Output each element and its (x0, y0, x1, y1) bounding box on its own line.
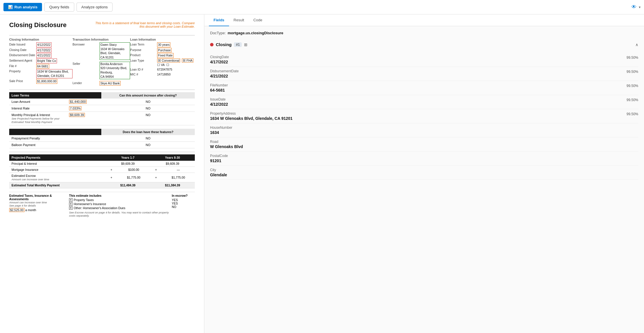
balloon-row: Balloon Payment NO (9, 142, 195, 148)
seller-val: Bonita Anderson920 University Blvd, Rexb… (100, 62, 130, 79)
collapse-icon[interactable]: ∧ (635, 42, 638, 47)
total-label: Estimated Total Monthly Payment (9, 182, 106, 188)
proj-col1: Years 1-7 (106, 154, 150, 161)
mortgage-col2: — (162, 167, 195, 173)
prepayment-val: NO (101, 135, 195, 142)
loan-amount-label: Loan Amount (9, 99, 67, 105)
monthly-payment-val: $9,609.39 (67, 112, 101, 125)
disbursement-val: 4/21/2022 (36, 53, 52, 58)
doctype-row: DocType: mortgage.us.closingDisclosure (210, 31, 638, 35)
monthly-payment-increase: NO (101, 112, 195, 125)
principal-row: Principal & Interest $9,609.39 $9,609.39 (9, 161, 195, 167)
section-header[interactable]: Closing #1 ⊞ ∧ (210, 40, 638, 49)
settlement-row: Settlement Agent Bright Title Co (9, 58, 73, 63)
loan-terms-table: Loan Terms Can this amount increase afte… (9, 92, 195, 125)
field-closing-date: ClosingDate 4/17/2022 99.50% (210, 53, 638, 67)
loan-type-row: Loan Type ☒ Conventional ☒ FHA ☐ VA ☐ (130, 58, 195, 67)
can-increase-header: Can this amount increase after closing? (101, 92, 195, 99)
section-title: Closing (216, 42, 232, 47)
mic-row: MIC # 14718850 (130, 72, 195, 77)
right-panel: Fields Result Code DocType: mortgage.us.… (204, 14, 644, 333)
field-disbursement-date: DisbursementDate 4/21/2022 99.50% (210, 67, 638, 81)
product-val: Fixed Rate (157, 53, 174, 58)
loan-id-val: 672047875 (157, 67, 172, 72)
run-label: Run analysis (14, 5, 37, 9)
disbursement-row: Disbursement Date 4/21/2022 (9, 53, 73, 58)
principal-col1: $9,609.39 (106, 161, 150, 167)
includes-title: This estimate includes (69, 194, 169, 197)
loan-term-val: 30 years (157, 42, 170, 47)
field-road: Road W Glenoaks Blvd (210, 137, 638, 152)
lender-row: Lender Skye AU Bank (73, 81, 130, 86)
loan-type-va: ☐ VA (157, 63, 165, 67)
tab-code[interactable]: Code (249, 14, 267, 26)
table-icon: ⊞ (244, 42, 247, 47)
total-row: Estimated Total Monthly Payment $11,484.… (9, 182, 195, 188)
taxes-section: Estimated Taxes, Insurance & Assessments… (9, 192, 195, 217)
escrow-col2: $1,775.00 (162, 173, 195, 182)
monthly-payment-label: Monthly Principal & Interest See Project… (9, 112, 67, 125)
escrow-label: Estimated Escrow Amount can increase ove… (9, 173, 106, 182)
sale-price-val: $1,800,000.00 (36, 79, 57, 84)
purpose-row: Purpose Purchase (130, 48, 195, 53)
interest-rate-label: Interest Rate (9, 105, 67, 112)
prepayment-row: Prepayment Penalty NO (9, 135, 195, 142)
mic-val: 14718850 (157, 72, 171, 77)
loan-type-conventional: ☒ Conventional (157, 58, 180, 63)
loan-features-table: Does the loan have these features? Prepa… (9, 129, 195, 148)
in-escrow-title: In escrow? (172, 194, 195, 197)
mortgage-label: Mortgage Insurance (9, 167, 106, 173)
transaction-info-col: Transaction Information Borrower Gwen St… (73, 38, 130, 86)
document-title: Closing Disclosure (9, 21, 66, 29)
product-row: Product Fixed Rate (130, 53, 195, 58)
purpose-val: Purchase (157, 48, 172, 53)
analyze-options-button[interactable]: Analyze options (77, 3, 113, 12)
taxes-label-col: Estimated Taxes, Insurance & Assessments… (9, 194, 67, 217)
tab-result[interactable]: Result (229, 14, 249, 26)
loan-id-row: Loan ID # 672047875 (130, 67, 195, 72)
loan-term-row: Loan Term 30 years (130, 42, 195, 47)
document-panel: Closing Disclosure This form is a statem… (0, 14, 204, 333)
tabs: Fields Result Code (204, 14, 644, 26)
prepayment-label: Prepayment Penalty (9, 135, 67, 142)
sale-price-row: Sale Price $1,800,000.00 (9, 79, 73, 84)
taxes-amount: $2,525.00 (9, 208, 24, 212)
main-layout: Closing Disclosure This form is a statem… (0, 14, 644, 333)
projected-payments-table: Projected Payments Years 1-7 Years 8-30 … (9, 154, 195, 188)
loan-amount-val: $1,440,000 (67, 99, 101, 105)
property-row: Property 1634 W Glenoaks Blvd, Glendale,… (9, 69, 73, 78)
run-analysis-button[interactable]: 📊 Run analysis (3, 3, 42, 11)
settlement-val: Bright Title Co (36, 58, 57, 63)
date-issued-val: 4/12/2022 (36, 42, 52, 47)
chevron-down-icon[interactable]: ▾ (639, 5, 641, 9)
principal-col2: $9,609.39 (150, 161, 195, 167)
loan-amount-increase: NO (101, 99, 195, 105)
closing-info-title: Closing Information (9, 38, 73, 41)
balloon-val: NO (101, 142, 195, 148)
toolbar: 📊 Run analysis Query fields Analyze opti… (0, 0, 644, 14)
taxes-note: Amount can increase over timeSee page 4 … (9, 201, 67, 207)
taxes-period: a month (25, 208, 36, 212)
escrow-col1: $1,775.00 (117, 173, 150, 182)
taxes-amount-row: $2,525.00 a month (9, 208, 67, 212)
closing-info-col: Closing Information Date Issued 4/12/202… (9, 38, 73, 86)
document-subtitle: This form is a statement of final loan t… (94, 21, 195, 28)
loan-type-other: ☐ (166, 63, 169, 67)
property-val: 1634 W Glenoaks Blvd, Glendale, CA 91201 (36, 69, 73, 78)
proj-title: Projected Payments (9, 154, 106, 161)
section-badge: #1 (234, 42, 242, 47)
field-issue-date: IssueDate 4/12/2022 99.50% (210, 95, 638, 109)
chart-icon: 📊 (8, 5, 13, 9)
tab-fields[interactable]: Fields (209, 14, 229, 26)
query-fields-button[interactable]: Query fields (44, 3, 74, 12)
transaction-info-title: Transaction Information (73, 38, 130, 41)
field-postal-code: PostalCode 91201 (210, 152, 638, 166)
balloon-label: Balloon Payment (9, 142, 67, 148)
taxes-includes-col: This estimate includes ✕Property Taxes ✕… (69, 194, 169, 217)
loan-amount-row: Loan Amount $1,440,000 NO (9, 99, 195, 105)
doctype-label: DocType: (210, 31, 226, 35)
date-issued-row: Date Issued 4/12/2022 (9, 42, 73, 47)
mortgage-row: Mortgage Insurance + $100.00 + — (9, 167, 195, 173)
eye-icon[interactable]: 👁 (631, 4, 637, 10)
loan-info-title: Loan Information (130, 38, 195, 41)
